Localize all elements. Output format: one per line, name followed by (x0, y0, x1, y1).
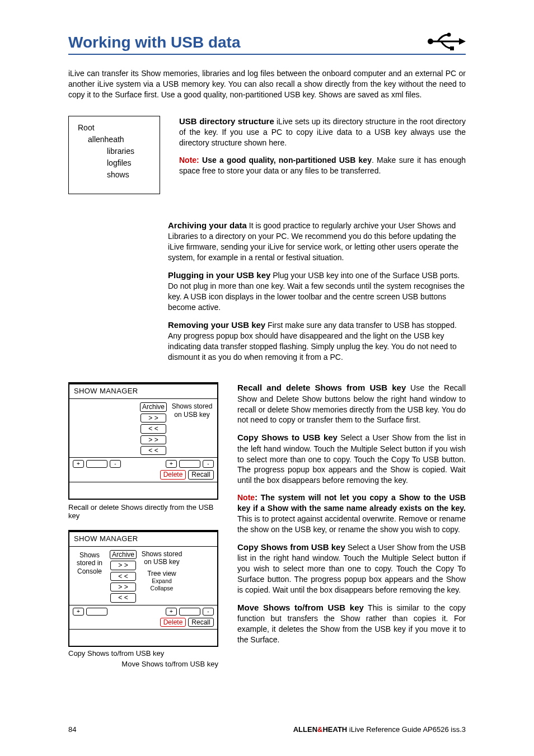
diagram-1-caption: Recall or delete Shows directly from the… (68, 503, 218, 520)
diagram-2-caption-a: Copy Shows to/from USB key (68, 649, 218, 658)
copy-left-button[interactable]: < < (110, 572, 136, 581)
section-copy-from-usb: Copy Shows from USB key Select a User Sh… (237, 542, 466, 595)
show-manager-panel-1: SHOW MANAGER Archive > > < < > > < < Sho… (68, 382, 218, 499)
blank-button[interactable] (86, 460, 107, 468)
svg-rect-4 (450, 46, 454, 50)
copy-left-button[interactable]: < < (140, 424, 166, 433)
move-left-button[interactable]: < < (140, 446, 166, 455)
section-plugging: Plugging in your USB key Plug your USB k… (168, 270, 466, 313)
diagram-2-caption-b: Move Shows to/from USB key (68, 660, 218, 668)
section-archiving: Archiving your data It is good practice … (168, 220, 466, 263)
dir-libraries: libraries (78, 145, 151, 157)
plus-button[interactable]: + (73, 460, 84, 468)
minus-button[interactable]: - (203, 608, 214, 616)
recall-button[interactable]: Recall (188, 470, 214, 479)
page-number: 84 (68, 725, 76, 734)
show-manager-panel-2: SHOW MANAGER Shows stored in Console Arc… (68, 530, 218, 647)
page-title: Working with USB data (68, 34, 241, 51)
usb-icon (425, 31, 466, 51)
dir-root: Root (78, 122, 151, 134)
dir-logfiles: logfiles (78, 157, 151, 169)
copy-right-button[interactable]: > > (140, 414, 166, 422)
usb-shows-label: Shows stored on USB key (140, 550, 184, 566)
panel-title: SHOW MANAGER (69, 384, 217, 398)
footer-doc-info: ALLEN&HEATH iLive Reference Guide AP6526… (293, 725, 466, 734)
blank-button[interactable] (179, 460, 200, 468)
console-shows-label: Shows stored in Console (73, 550, 106, 603)
delete-button[interactable]: Delete (160, 470, 186, 479)
blank-button[interactable] (179, 608, 200, 616)
note-usb-quality: Note: Use a good quality, non-partitione… (179, 155, 466, 176)
archive-button[interactable]: Archive (110, 550, 137, 559)
svg-point-3 (447, 33, 451, 37)
minus-button[interactable]: - (203, 460, 214, 468)
section-usb-directory: USB directory structure iLive sets up it… (179, 116, 466, 148)
svg-marker-2 (459, 38, 466, 45)
page-footer: 84 ALLEN&HEATH iLive Reference Guide AP6… (68, 725, 466, 734)
dir-allenheath: allenheath (78, 134, 151, 145)
note-overwrite: Note: The system will not let you copy a… (237, 492, 466, 535)
delete-button[interactable]: Delete (160, 618, 186, 627)
plus-button[interactable]: + (166, 460, 177, 468)
page-header: Working with USB data (68, 31, 466, 55)
tree-view-label: Tree view (140, 570, 184, 577)
move-right-button[interactable]: > > (140, 435, 166, 444)
directory-structure-box: Root allenheath libraries logfiles shows (68, 116, 160, 194)
blank-button[interactable] (86, 608, 107, 616)
copy-right-button[interactable]: > > (110, 561, 136, 570)
plus-button[interactable]: + (73, 608, 84, 616)
move-left-button[interactable]: < < (110, 593, 136, 602)
dir-shows: shows (78, 169, 151, 181)
usb-shows-label: Shows stored on USB key (170, 402, 214, 455)
section-copy-to-usb: Copy Shows to USB key Select a User Show… (237, 432, 466, 486)
section-move-shows: Move Shows to/from USB key This is simil… (237, 602, 466, 645)
expand-collapse-label: Expand Collapse (140, 577, 184, 591)
archive-button[interactable]: Archive (140, 402, 167, 411)
panel-title: SHOW MANAGER (69, 532, 217, 546)
section-recall-delete: Recall and delete Shows from USB key Use… (237, 382, 466, 425)
recall-button[interactable]: Recall (188, 618, 214, 627)
section-removing: Removing your USB key First make sure an… (168, 320, 466, 363)
minus-button[interactable]: - (110, 460, 121, 468)
intro-paragraph: iLive can transfer its Show memories, li… (68, 68, 466, 100)
plus-button[interactable]: + (166, 608, 177, 616)
move-right-button[interactable]: > > (110, 583, 136, 591)
